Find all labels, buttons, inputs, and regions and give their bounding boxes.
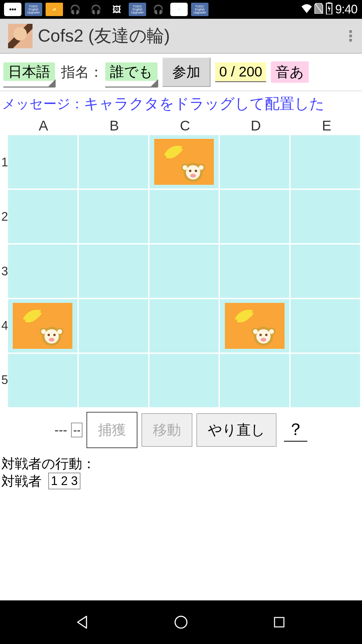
row-headers: 1 2 3 4 5 xyxy=(1,135,8,407)
cell-E3[interactable] xyxy=(291,245,360,298)
col-header: D xyxy=(221,116,291,135)
col-header: A xyxy=(8,116,79,135)
svg-point-8 xyxy=(189,170,191,172)
cell-A1[interactable] xyxy=(8,135,77,189)
svg-point-10 xyxy=(190,174,196,177)
coord-display: --- xyxy=(55,423,67,437)
cell-D4[interactable] xyxy=(220,299,289,353)
join-button[interactable]: 参加 xyxy=(162,57,210,87)
status-bar: ••• TOEICEnglishUpgrader 📁 🎧 🎧 🖼 TOEICEn… xyxy=(0,0,362,19)
cell-C5[interactable] xyxy=(149,354,219,407)
banana-icon xyxy=(230,307,258,325)
player-count: 0 / 200 xyxy=(215,62,266,82)
cell-B3[interactable] xyxy=(79,245,148,298)
grid xyxy=(8,135,362,407)
svg-point-15 xyxy=(41,329,46,334)
svg-point-9 xyxy=(195,170,197,172)
cell-C3[interactable] xyxy=(149,245,219,298)
monkey-icon xyxy=(36,323,68,347)
svg-point-26 xyxy=(259,334,262,336)
no-sim-icon xyxy=(314,3,323,16)
recent-button[interactable] xyxy=(269,612,289,632)
board: A B C D E 1 2 3 4 5 xyxy=(0,116,362,407)
language-dropdown[interactable]: 日本語 xyxy=(3,62,55,88)
app-title: Cofs2 (友達の輪) xyxy=(38,24,170,48)
sms-icon: ••• xyxy=(4,3,21,16)
cell-E1[interactable] xyxy=(291,135,360,189)
nominate-label: 指名： xyxy=(61,63,103,82)
cell-D5[interactable] xyxy=(220,354,289,407)
help-button[interactable]: ？ xyxy=(284,418,307,442)
clock: 9:40 xyxy=(335,2,357,16)
svg-point-7 xyxy=(199,165,203,170)
cell-B1[interactable] xyxy=(79,135,148,189)
headphone-icon: 🎧 xyxy=(87,3,105,16)
message-row: メッセージ： キャラクタをドラッグして配置した xyxy=(0,91,362,116)
banana-icon xyxy=(159,143,187,161)
overflow-menu-icon[interactable] xyxy=(349,30,352,42)
cell-C4[interactable] xyxy=(149,299,219,353)
monkey-icon xyxy=(247,323,280,347)
game-piece-monkey[interactable] xyxy=(225,303,285,349)
move-button[interactable]: 移動 xyxy=(141,413,192,447)
navigation-bar xyxy=(0,600,362,644)
wifi-icon xyxy=(301,4,312,15)
cell-D3[interactable] xyxy=(220,245,289,298)
game-piece-monkey[interactable] xyxy=(13,303,72,349)
svg-point-27 xyxy=(265,334,267,336)
message-label: メッセージ： xyxy=(2,95,84,113)
cell-E2[interactable] xyxy=(291,190,360,243)
row-header: 1 xyxy=(1,135,8,190)
headphone-icon: 🎧 xyxy=(149,3,167,16)
svg-point-28 xyxy=(261,338,266,341)
opponent-action-label: 対戦者の行動： xyxy=(1,455,361,472)
status-icons-right: 9:40 xyxy=(301,2,357,17)
cell-C2[interactable] xyxy=(149,190,219,243)
row-header: 4 xyxy=(1,299,8,353)
svg-point-25 xyxy=(269,329,274,334)
cell-A3[interactable] xyxy=(8,245,77,298)
cell-C1[interactable] xyxy=(149,135,219,189)
coord-box: -- xyxy=(71,423,82,437)
back-button[interactable] xyxy=(73,612,93,632)
folder-icon: 📁 xyxy=(46,3,63,16)
svg-point-24 xyxy=(253,329,258,334)
game-piece-monkey[interactable] xyxy=(154,139,214,185)
col-header: E xyxy=(291,116,362,135)
svg-point-6 xyxy=(182,165,187,170)
app-header: Cofs2 (友達の輪) xyxy=(0,19,362,54)
cell-A2[interactable] xyxy=(8,190,77,243)
monkey-icon xyxy=(177,159,209,183)
opponent-label: 対戦者 xyxy=(1,472,42,490)
capture-button[interactable]: 捕獲 xyxy=(86,412,137,448)
row-header: 5 xyxy=(1,353,8,407)
cell-B2[interactable] xyxy=(79,190,148,243)
cell-B4[interactable] xyxy=(79,299,148,353)
message-text: キャラクタをドラッグして配置した xyxy=(84,94,324,114)
svg-point-17 xyxy=(48,334,50,336)
home-button[interactable] xyxy=(171,612,191,632)
sound-toggle[interactable]: 音あ xyxy=(271,61,309,83)
cell-B5[interactable] xyxy=(79,354,148,407)
col-header: C xyxy=(149,116,220,135)
cell-A4[interactable] xyxy=(8,299,77,353)
cell-A5[interactable] xyxy=(8,354,77,407)
cell-E4[interactable] xyxy=(291,299,360,353)
headphone-icon: 🎧 xyxy=(66,3,84,16)
svg-point-29 xyxy=(175,616,187,628)
bottom-info: 対戦者の行動： 対戦者 1 2 3 xyxy=(0,453,362,492)
battery-charging-icon xyxy=(325,2,333,17)
nominate-value: 誰でも xyxy=(105,62,158,81)
language-value: 日本語 xyxy=(3,62,55,81)
cell-D2[interactable] xyxy=(220,190,289,243)
row-header: 3 xyxy=(1,244,8,298)
toeic-icon: TOEICEnglishUpgrader xyxy=(129,3,146,16)
svg-rect-30 xyxy=(275,618,284,627)
svg-point-18 xyxy=(53,334,56,336)
cell-E5[interactable] xyxy=(291,354,360,407)
redo-button[interactable]: やり直し xyxy=(196,413,277,447)
toeic-icon: TOEICEnglishUpgrader xyxy=(25,3,42,16)
nominate-dropdown[interactable]: 誰でも xyxy=(105,62,158,88)
cell-D1[interactable] xyxy=(220,135,289,189)
banana-icon xyxy=(18,307,46,325)
